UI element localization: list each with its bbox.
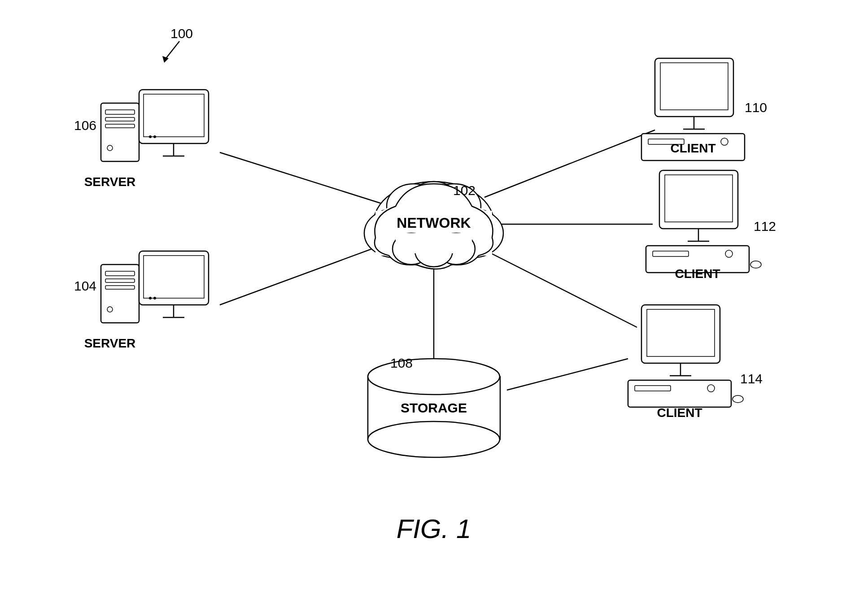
svg-point-44 [149,297,152,300]
network-ref: 102 [453,183,475,198]
svg-point-60 [750,261,761,268]
svg-marker-1 [162,56,169,63]
svg-point-70 [368,421,500,457]
server2 [101,251,209,323]
server1-label: SERVER [84,175,136,189]
client1-label: CLIENT [670,141,715,155]
svg-rect-62 [647,309,715,356]
client1-ref: 110 [745,100,767,115]
svg-line-8 [507,359,628,390]
svg-point-33 [149,135,152,138]
svg-rect-65 [628,380,731,407]
svg-line-4 [484,130,655,197]
server2-ref: 104 [74,278,96,293]
client3-label: CLIENT [657,406,702,420]
network-cloud: NETWORK [364,182,503,269]
svg-line-6 [482,249,637,327]
svg-point-45 [153,297,156,300]
client3 [628,305,743,407]
svg-point-71 [368,359,500,395]
svg-rect-30 [144,94,204,137]
diagram-container: 100 NETWORK 102 [0,0,868,599]
svg-point-68 [733,395,743,403]
svg-point-34 [153,135,156,138]
svg-line-2 [220,152,390,206]
main-ref-number: 100 [170,26,193,41]
svg-rect-35 [101,265,139,323]
server1 [101,90,209,161]
client2 [646,170,761,273]
svg-text:STORAGE: STORAGE [401,400,467,415]
svg-rect-47 [660,63,728,110]
server2-label: SERVER [84,336,136,350]
client3-ref: 114 [740,371,763,386]
svg-rect-54 [665,175,733,222]
svg-line-3 [220,242,390,305]
svg-rect-24 [101,103,139,161]
svg-line-0 [166,41,179,58]
server1-ref: 106 [74,118,96,133]
client2-label: CLIENT [675,267,720,281]
client2-ref: 112 [754,219,776,234]
storage: STORAGE [368,359,500,457]
svg-rect-41 [144,256,204,298]
figure-label: FIG. 1 [397,514,471,544]
svg-rect-22 [396,233,472,253]
svg-text:NETWORK: NETWORK [397,215,471,231]
storage-ref: 108 [390,356,413,370]
